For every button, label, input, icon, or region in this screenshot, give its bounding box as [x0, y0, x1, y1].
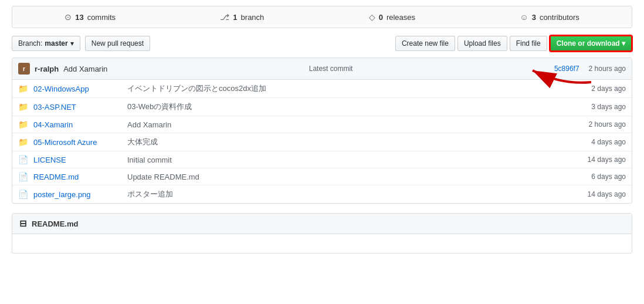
file-table: r r-ralph Add Xamarin Latest commit 5c89…	[12, 58, 632, 204]
branch-icon: ⎇	[220, 12, 229, 22]
toolbar-left: Branch: master ▾ New pull request	[12, 36, 150, 51]
latest-commit-row: r r-ralph Add Xamarin Latest commit 5c89…	[12, 58, 632, 80]
table-row: 📁 05-Microsoft Azure 大体完成 4 days ago	[12, 133, 632, 151]
file-description: イベントドリブンの図示とcocos2dx追加	[127, 83, 573, 94]
new-pull-request-label: New pull request	[91, 39, 144, 48]
readme-title: README.md	[32, 219, 78, 228]
file-doc-icon: 📄	[18, 190, 28, 199]
file-time: 2 days ago	[579, 85, 626, 93]
contributors-count: 3	[532, 13, 536, 22]
branches-label: branch	[241, 13, 265, 22]
commits-label: commits	[87, 13, 116, 22]
folder-icon: 📁	[18, 102, 28, 112]
table-row: 📁 03-ASP.NET 03-Webの資料作成 3 days ago	[12, 98, 632, 116]
file-description: 03-Webの資料作成	[127, 102, 573, 112]
file-time: 14 days ago	[579, 156, 626, 164]
file-time: 3 days ago	[579, 103, 626, 111]
toolbar-right: Create new file Upload files Find file C…	[395, 35, 632, 52]
commits-stat[interactable]: ⊙ 13 commits	[53, 6, 127, 28]
file-name-link[interactable]: README.md	[33, 173, 121, 181]
folder-icon: 📁	[18, 120, 28, 129]
file-description: ポスター追加	[127, 189, 573, 200]
upload-files-label: Upload files	[464, 39, 501, 48]
contributors-label: contributors	[540, 13, 579, 22]
readme-section: ⊟ README.md	[12, 213, 632, 254]
branch-name: master	[45, 39, 67, 48]
new-pull-request-button[interactable]: New pull request	[85, 36, 150, 51]
file-time: 14 days ago	[579, 190, 626, 198]
folder-icon: 📁	[18, 137, 28, 147]
commit-message: Add Xamarin	[63, 65, 107, 73]
table-row: 📁 04-Xamarin Add Xamarin 2 hours ago	[12, 116, 632, 133]
file-description: Update README.md	[127, 173, 573, 181]
file-time: 2 hours ago	[579, 120, 626, 129]
file-description: Initial commit	[127, 156, 573, 164]
contributors-icon: ☺	[520, 12, 528, 22]
file-name-link[interactable]: 05-Microsoft Azure	[33, 138, 121, 147]
file-doc-icon: 📄	[18, 172, 28, 181]
branches-stat[interactable]: ⎇ 1 branch	[208, 6, 276, 28]
clone-or-download-label: Clone or download ▾	[557, 39, 625, 48]
readme-header: ⊟ README.md	[12, 214, 632, 234]
commit-time: 2 hours ago	[589, 65, 626, 73]
releases-icon: ◇	[369, 12, 375, 22]
create-new-file-button[interactable]: Create new file	[395, 36, 455, 51]
toolbar: Branch: master ▾ New pull request Create…	[12, 35, 632, 52]
table-row: 📄 README.md Update README.md 6 days ago	[12, 168, 632, 185]
author-avatar: r	[18, 63, 30, 75]
commits-icon: ⊙	[65, 12, 72, 22]
file-name-link[interactable]: poster_large.png	[33, 190, 121, 199]
file-name-link[interactable]: LICENSE	[33, 156, 121, 164]
file-time: 6 days ago	[579, 173, 626, 181]
find-file-label: Find file	[516, 39, 541, 48]
branch-selector[interactable]: Branch: master ▾	[12, 36, 80, 51]
upload-files-button[interactable]: Upload files	[457, 36, 507, 51]
author-link[interactable]: r-ralph	[35, 65, 59, 73]
readme-content	[12, 234, 632, 253]
releases-label: releases	[387, 13, 415, 22]
folder-icon: 📁	[18, 84, 28, 93]
file-name-link[interactable]: 02-WindowsApp	[33, 85, 121, 93]
commit-hash-link[interactable]: 5c896f7	[554, 65, 579, 73]
clone-or-download-button[interactable]: Clone or download ▾	[550, 35, 632, 52]
stats-bar: ⊙ 13 commits ⎇ 1 branch ◇ 0 releases ☺ 3…	[12, 6, 632, 28]
branch-label: Branch:	[18, 39, 42, 48]
find-file-button[interactable]: Find file	[510, 36, 547, 51]
file-description: Add Xamarin	[127, 120, 573, 129]
table-row: 📄 poster_large.png ポスター追加 14 days ago	[12, 185, 632, 203]
create-new-file-label: Create new file	[402, 39, 449, 48]
table-row: 📁 02-WindowsApp イベントドリブンの図示とcocos2dx追加 2…	[12, 80, 632, 98]
contributors-stat[interactable]: ☺ 3 contributors	[508, 6, 591, 28]
releases-count: 0	[379, 13, 383, 22]
table-row: 📄 LICENSE Initial commit 14 days ago	[12, 151, 632, 168]
branches-count: 1	[233, 13, 237, 22]
file-description: 大体完成	[127, 137, 573, 147]
file-name-link[interactable]: 03-ASP.NET	[33, 103, 121, 112]
file-time: 4 days ago	[579, 138, 626, 146]
dropdown-icon: ▾	[70, 39, 74, 48]
file-doc-icon: 📄	[18, 155, 28, 164]
file-name-link[interactable]: 04-Xamarin	[33, 120, 121, 129]
commits-count: 13	[75, 13, 83, 22]
latest-commit-label: Latest commit	[309, 65, 353, 73]
readme-icon: ⊟	[19, 218, 27, 229]
releases-stat[interactable]: ◇ 0 releases	[357, 6, 427, 28]
